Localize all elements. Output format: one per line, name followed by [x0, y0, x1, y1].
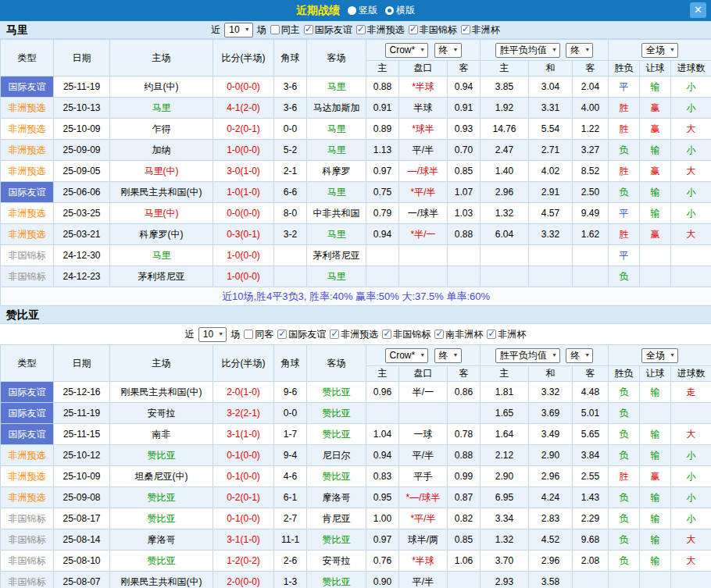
match-date: 24-12-30	[54, 245, 110, 266]
match-type: 非国锦标	[1, 529, 54, 551]
filter-option[interactable]: 南非洲杯	[434, 328, 483, 341]
avg-home-odds: 3.70	[481, 551, 529, 572]
checkbox-icon[interactable]	[409, 25, 418, 34]
column-header-home: 主场	[110, 345, 213, 382]
filter-option[interactable]: 非洲杯	[461, 23, 500, 37]
letball-result: 输	[640, 551, 671, 572]
match-type: 非国锦标	[1, 266, 54, 287]
avg-away-odds: 4.00	[573, 98, 609, 119]
corners: 0-0	[274, 403, 307, 424]
handicap: 半/一	[399, 382, 448, 403]
avg-draw-odds: 4.24	[529, 487, 573, 508]
odds-away: 0.99	[448, 466, 481, 487]
match-type: 非洲预选	[1, 119, 54, 140]
score: 0-2(0-1)	[213, 487, 274, 508]
filter-option[interactable]: 国际友谊	[304, 23, 352, 37]
fulltime-select[interactable]: 全场	[641, 348, 678, 363]
filter-option[interactable]: 非洲预选	[356, 23, 405, 37]
avg-home-odds: 2.12	[481, 445, 529, 466]
filter-option[interactable]: 非洲杯	[487, 328, 526, 341]
goals-result: 小	[671, 203, 711, 224]
match-date: 25-08-07	[54, 572, 110, 588]
checkbox-icon[interactable]	[487, 330, 496, 339]
away-team: 安哥拉	[307, 551, 366, 572]
radio-horizontal-icon[interactable]	[385, 6, 394, 15]
bookmaker-select[interactable]: Crow*	[385, 43, 429, 58]
recent-count-select[interactable]: 10	[198, 327, 227, 342]
corners: 1-7	[274, 424, 307, 445]
column-header-away: 客场	[307, 345, 366, 382]
letball-result: 赢	[640, 119, 671, 140]
result: 负	[609, 487, 640, 508]
home-team: 南非	[110, 424, 213, 445]
match-row: 非洲预选25-10-09坦桑尼亚(中)0-1(0-0)4-6赞比亚0.83平手0…	[1, 466, 711, 487]
result: 负	[609, 182, 640, 203]
checkbox-icon[interactable]	[461, 25, 470, 34]
avg-draw-odds: 3.69	[529, 403, 573, 424]
filter-option[interactable]: 非国锦标	[382, 328, 431, 341]
odds-home: 0.90	[366, 572, 399, 588]
avg-draw-odds: 3.58	[529, 572, 573, 588]
avg-odds-select[interactable]: 胜平负均值	[495, 43, 560, 58]
score: 1-2(0-2)	[213, 551, 274, 572]
layout-option-horizontal[interactable]: 横版	[385, 4, 415, 17]
checkbox-icon[interactable]	[304, 25, 313, 34]
avg-draw-odds: 4.52	[529, 529, 573, 551]
away-team: 赞比亚	[307, 572, 366, 588]
avg-draw-odds: 2.96	[529, 466, 573, 487]
checkbox-icon[interactable]	[356, 25, 366, 34]
checkbox-icon[interactable]	[277, 330, 287, 339]
avg-stage-select[interactable]: 终	[566, 43, 593, 58]
layout-option-vertical[interactable]: 竖版	[348, 4, 377, 17]
odds-stage-select[interactable]: 终	[434, 43, 462, 58]
odds-stage-select[interactable]: 终	[434, 348, 462, 363]
avg-draw-odds: 3.32	[529, 382, 573, 403]
checkbox-icon[interactable]	[382, 330, 391, 339]
filter-option[interactable]: 非国锦标	[409, 23, 457, 37]
avg-odds-select[interactable]: 胜平负均值	[495, 348, 560, 363]
odds-away: 0.86	[448, 382, 481, 403]
match-date: 25-03-21	[54, 224, 110, 245]
away-team: 马达加斯加	[307, 98, 366, 119]
avg-stage-select[interactable]: 终	[566, 348, 593, 363]
letball-result	[640, 266, 671, 287]
handicap: 平/半	[399, 572, 448, 588]
close-icon[interactable]: ✕	[690, 2, 706, 18]
avg-draw-odds: 2.83	[529, 508, 573, 529]
match-row: 非国锦标25-08-17赞比亚0-1(0-0)2-7肯尼亚1.00*平/半0.8…	[1, 508, 711, 529]
checkbox-icon[interactable]	[270, 25, 280, 34]
filter-option[interactable]: 国际友谊	[277, 328, 326, 341]
zambia-section: 赞比亚 近 10 场 同客国际友谊非洲预选非国锦标南非洲杯非洲杯 类型 日期 主…	[0, 306, 711, 588]
checkbox-icon[interactable]	[330, 330, 339, 339]
corners: 3-6	[274, 98, 307, 119]
column-header-letball: 让球	[640, 366, 671, 382]
match-row: 国际友谊25-12-16刚果民主共和国(中)2-0(1-0)9-6赞比亚0.96…	[1, 382, 711, 403]
letball-result: 输	[640, 508, 671, 529]
match-type: 非洲预选	[1, 466, 54, 487]
recent-count-select[interactable]: 10	[224, 23, 252, 37]
filter-option[interactable]: 同主	[270, 23, 300, 37]
home-team: 安哥拉	[110, 403, 213, 424]
filter-option[interactable]: 非洲预选	[330, 328, 378, 341]
match-type: 非洲预选	[1, 224, 54, 245]
bookmaker-select[interactable]: Crow*	[385, 348, 429, 363]
odds-group-header: Crow* 终	[366, 40, 481, 61]
match-row: 非国锦标25-08-14摩洛哥3-1(1-0)11-1赞比亚0.97球半/两0.…	[1, 529, 711, 551]
column-header-date: 日期	[54, 345, 110, 382]
handicap: *平/半	[399, 182, 448, 203]
score: 1-0(0-0)	[213, 245, 274, 266]
score: 3-1(1-0)	[213, 529, 274, 551]
match-date: 25-06-06	[54, 182, 110, 203]
checkbox-icon[interactable]	[244, 330, 253, 339]
filter-option[interactable]: 同客	[244, 328, 273, 341]
column-header-away: 客场	[307, 40, 366, 77]
fulltime-select[interactable]: 全场	[641, 43, 678, 58]
match-type: 非洲预选	[1, 445, 54, 466]
fulltime-group-header: 全场	[609, 345, 711, 366]
goals-result: 小	[671, 98, 711, 119]
radio-vertical-icon[interactable]	[348, 6, 356, 15]
column-header-type: 类型	[1, 40, 54, 77]
checkbox-icon[interactable]	[434, 330, 444, 339]
recent-suffix-label: 场	[230, 328, 240, 341]
fulltime-group-header: 全场	[609, 40, 711, 61]
